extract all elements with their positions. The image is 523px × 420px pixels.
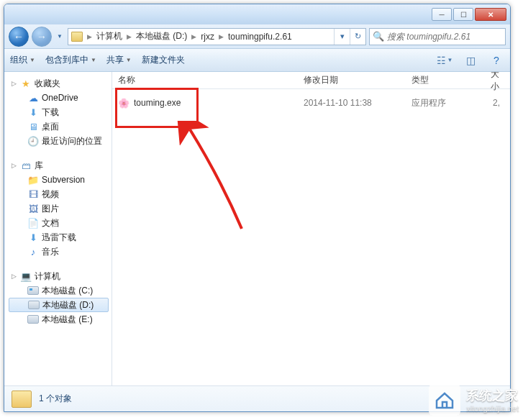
file-size: 2, bbox=[485, 98, 510, 108]
star-icon: ★ bbox=[20, 78, 32, 89]
navigation-pane[interactable]: ▷ ★ 收藏夹 ☁ OneDrive ⬇ 下载 🖥 桌面 🕘 bbox=[4, 72, 112, 385]
file-name: touming.exe bbox=[134, 98, 181, 108]
address-bar[interactable]: ▶ 计算机 ▶ 本地磁盘 (D:) ▶ rjxz ▶ toumingpifu.2… bbox=[68, 28, 366, 45]
breadcrumb-rjxz[interactable]: rjxz bbox=[198, 29, 217, 45]
file-type: 应用程序 bbox=[406, 97, 485, 109]
nav-row: ← → ▼ ▶ 计算机 ▶ 本地磁盘 (D:) ▶ rjxz ▶ touming… bbox=[4, 24, 510, 49]
organize-menu[interactable]: 组织▼ bbox=[10, 54, 35, 66]
forward-button[interactable]: → bbox=[32, 27, 52, 47]
computer-icon: 💻 bbox=[20, 270, 32, 282]
tree-label: 视频 bbox=[42, 188, 59, 201]
tree-label: 最近访问的位置 bbox=[42, 135, 102, 147]
breadcrumb-computer[interactable]: 计算机 bbox=[94, 29, 125, 45]
arrow-right-icon: → bbox=[37, 31, 47, 42]
history-dropdown[interactable]: ▼ bbox=[55, 29, 65, 45]
watermark-title: 系统之家 bbox=[466, 388, 518, 403]
drive-icon bbox=[27, 315, 39, 324]
new-folder-button[interactable]: 新建文件夹 bbox=[142, 54, 185, 66]
tree-label: Subversion bbox=[42, 175, 85, 185]
file-list[interactable]: 🌸 touming.exe 2014-11-10 11:38 应用程序 2, bbox=[112, 89, 510, 385]
tree-label: 库 bbox=[35, 160, 43, 172]
tree-downloads[interactable]: ⬇ 下载 bbox=[6, 105, 112, 119]
include-library-menu[interactable]: 包含到库中▼ bbox=[45, 54, 96, 66]
help-button[interactable]: ? bbox=[488, 53, 504, 68]
tree-documents[interactable]: 📄 文档 bbox=[6, 216, 112, 230]
command-bar: 组织▼ 包含到库中▼ 共享▼ 新建文件夹 ☷▼ ◫ ? bbox=[4, 49, 510, 72]
tree-thunder[interactable]: ⬇ 迅雷下载 bbox=[6, 230, 112, 245]
title-bar: ─ ☐ ✕ bbox=[4, 4, 510, 24]
watermark-logo-icon bbox=[429, 384, 460, 416]
tree-recent[interactable]: 🕘 最近访问的位置 bbox=[6, 134, 112, 148]
tree-label: 本地磁盘 (E:) bbox=[42, 314, 93, 326]
desktop-icon: 🖥 bbox=[27, 121, 39, 132]
breadcrumb-drive-d[interactable]: 本地磁盘 (D:) bbox=[133, 29, 190, 45]
address-dropdown[interactable]: ▾ bbox=[334, 29, 350, 45]
tree-label: 桌面 bbox=[42, 121, 59, 133]
chevron-right-icon: ▶ bbox=[125, 33, 133, 40]
column-type[interactable]: 类型 bbox=[406, 74, 485, 86]
cloud-icon: ☁ bbox=[27, 92, 39, 104]
file-list-pane: 名称 修改日期 类型 大小 🌸 touming.exe 2014-11-10 1… bbox=[112, 72, 510, 385]
preview-pane-button[interactable]: ◫ bbox=[463, 53, 478, 68]
back-button[interactable]: ← bbox=[9, 27, 29, 47]
picture-icon: 🖼 bbox=[27, 203, 39, 214]
file-date: 2014-11-10 11:38 bbox=[298, 98, 406, 108]
tree-label: OneDrive bbox=[42, 93, 78, 103]
tree-label: 图片 bbox=[42, 203, 59, 215]
tree-subversion[interactable]: 📁 Subversion bbox=[6, 173, 112, 187]
minimize-button[interactable]: ─ bbox=[432, 8, 452, 21]
column-headers: 名称 修改日期 类型 大小 bbox=[112, 72, 510, 89]
refresh-button[interactable]: ↻ bbox=[350, 29, 365, 45]
tree-label: 本地磁盘 (C:) bbox=[42, 285, 93, 297]
file-row[interactable]: 🌸 touming.exe 2014-11-10 11:38 应用程序 2, bbox=[112, 95, 510, 111]
drive-icon bbox=[28, 301, 40, 309]
chevron-down-icon: ▼ bbox=[126, 57, 132, 63]
chevron-down-icon: ▼ bbox=[29, 57, 35, 63]
tree-libraries[interactable]: ▷ 🗃 库 bbox=[6, 158, 112, 173]
tree-onedrive[interactable]: ☁ OneDrive bbox=[6, 91, 112, 105]
status-text: 1 个对象 bbox=[39, 393, 72, 405]
search-box[interactable]: 🔍 bbox=[369, 28, 506, 45]
thunder-icon: ⬇ bbox=[27, 232, 39, 243]
music-icon: ♪ bbox=[27, 246, 39, 257]
tree-label: 计算机 bbox=[35, 270, 60, 283]
tree-videos[interactable]: 🎞 视频 bbox=[6, 187, 112, 201]
tree-desktop[interactable]: 🖥 桌面 bbox=[6, 119, 112, 134]
subversion-icon: 📁 bbox=[27, 174, 39, 186]
expand-icon[interactable]: ▷ bbox=[10, 162, 17, 169]
search-input[interactable] bbox=[387, 32, 502, 42]
tree-favorites[interactable]: ▷ ★ 收藏夹 bbox=[6, 76, 112, 91]
arrow-left-icon: ← bbox=[14, 31, 24, 42]
tree-drive-e[interactable]: 本地磁盘 (E:) bbox=[6, 312, 112, 327]
chevron-right-icon: ▶ bbox=[190, 33, 198, 40]
tree-drive-c[interactable]: 本地磁盘 (C:) bbox=[6, 283, 112, 298]
breadcrumb-toumingpifu[interactable]: toumingpifu.2.61 bbox=[225, 29, 295, 45]
tree-pictures[interactable]: 🖼 图片 bbox=[6, 201, 112, 216]
exe-icon: 🌸 bbox=[118, 97, 129, 109]
video-icon: 🎞 bbox=[27, 188, 39, 200]
share-menu[interactable]: 共享▼ bbox=[106, 54, 132, 66]
folder-icon bbox=[71, 32, 83, 42]
watermark: 系统之家 xitongzhijia.net bbox=[429, 384, 519, 416]
folder-icon bbox=[12, 391, 32, 408]
view-options-button[interactable]: ☷▼ bbox=[437, 53, 452, 68]
column-date[interactable]: 修改日期 bbox=[298, 74, 406, 86]
tree-music[interactable]: ♪ 音乐 bbox=[6, 245, 112, 259]
explorer-window: ─ ☐ ✕ ← → ▼ ▶ 计算机 ▶ 本地磁盘 (D:) ▶ rjxz ▶ t… bbox=[4, 4, 511, 412]
close-button[interactable]: ✕ bbox=[475, 8, 506, 21]
main-area: ▷ ★ 收藏夹 ☁ OneDrive ⬇ 下载 🖥 桌面 🕘 bbox=[4, 72, 510, 385]
annotation-arrow bbox=[170, 121, 249, 236]
chevron-down-icon: ▼ bbox=[91, 57, 96, 63]
expand-icon[interactable]: ▷ bbox=[10, 273, 17, 280]
tree-drive-d[interactable]: 本地磁盘 (D:) bbox=[9, 298, 109, 312]
expand-icon[interactable]: ▷ bbox=[10, 80, 17, 87]
tree-computer[interactable]: ▷ 💻 计算机 bbox=[6, 269, 112, 283]
search-icon: 🔍 bbox=[373, 31, 384, 42]
chevron-right-icon: ▶ bbox=[217, 33, 225, 40]
chevron-right-icon: ▶ bbox=[86, 33, 94, 40]
column-name[interactable]: 名称 bbox=[112, 74, 298, 86]
download-icon: ⬇ bbox=[27, 106, 39, 118]
maximize-button[interactable]: ☐ bbox=[453, 8, 473, 21]
recent-icon: 🕘 bbox=[27, 135, 39, 147]
library-icon: 🗃 bbox=[20, 160, 32, 171]
